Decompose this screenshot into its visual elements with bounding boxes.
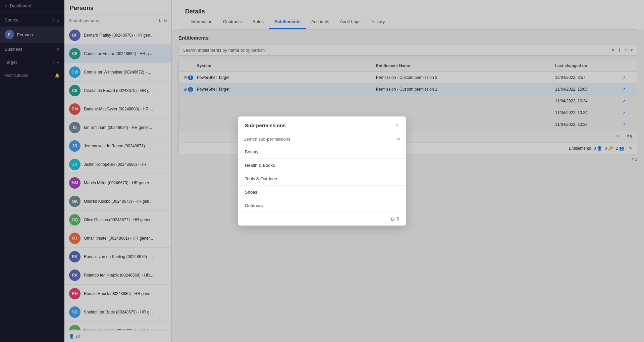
sub-permissions-count: 5 [397, 216, 399, 222]
modal-list-item[interactable]: Shoes [238, 186, 406, 199]
modal-list: BeautyHealth & BooksTools & OutdoorsShoe… [238, 145, 406, 212]
modal-overlay[interactable]: Sub-permissions × ↻ BeautyHealth & Books… [0, 0, 644, 342]
modal-list-item[interactable]: Tools & Outdoors [238, 172, 406, 186]
modal-list-item[interactable]: Health & Books [238, 159, 406, 172]
modal-search-bar: ↻ [238, 133, 406, 145]
modal-title: Sub-permissions [245, 123, 286, 128]
modal-refresh-icon[interactable]: ↻ [397, 137, 400, 142]
modal-footer: ⊞ 5 [238, 212, 406, 226]
grid-icon2: ⊞ [391, 216, 395, 222]
sub-permissions-search-input[interactable] [244, 137, 394, 142]
modal-list-item[interactable]: Beauty [238, 145, 406, 159]
modal-list-item[interactable]: Outdoors [238, 199, 406, 212]
modal-close-button[interactable]: × [395, 122, 399, 129]
sub-permissions-modal: Sub-permissions × ↻ BeautyHealth & Books… [238, 116, 406, 226]
modal-header: Sub-permissions × [238, 116, 406, 133]
